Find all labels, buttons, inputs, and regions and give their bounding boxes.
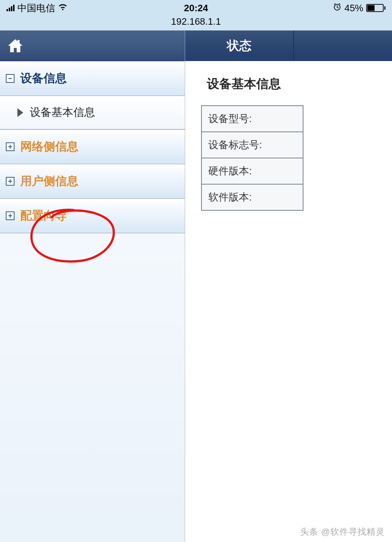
watermark: 头条 @软件寻找精灵: [300, 526, 385, 538]
row-label: 设备标志号:: [201, 132, 303, 158]
sidebar-subitem-basic-info[interactable]: 设备基本信息: [0, 96, 185, 129]
arrow-right-icon: [17, 108, 23, 117]
ios-status-bar: 中国电信 20:24 45%: [0, 0, 392, 16]
expand-icon[interactable]: +: [6, 211, 15, 220]
sidebar-item-user-info[interactable]: + 用户侧信息: [0, 164, 185, 199]
battery-pct: 45%: [344, 3, 363, 14]
sidebar-item-device-info[interactable]: − 设备信息: [0, 61, 185, 96]
carrier-label: 中国电信: [17, 2, 55, 15]
browser-url[interactable]: 192.168.1.1: [0, 16, 392, 31]
device-info-table: 设备型号: 设备标志号: 硬件版本: 软件版本:: [201, 105, 303, 211]
table-row: 设备标志号:: [201, 132, 303, 158]
row-label: 硬件版本:: [201, 158, 303, 184]
url-text: 192.168.1.1: [171, 16, 221, 27]
tab-label: 状态: [227, 37, 252, 54]
sidebar-item-label: 用户侧信息: [20, 173, 78, 189]
row-label: 设备型号:: [201, 106, 303, 132]
sidebar-subitem-label: 设备基本信息: [30, 105, 95, 120]
alarm-icon: [333, 3, 342, 13]
svg-rect-1: [17, 40, 20, 44]
table-row: 软件版本:: [201, 184, 303, 210]
sidebar-item-label: 配置向导: [20, 208, 67, 224]
sidebar-item-label: 设备信息: [20, 70, 67, 86]
panel-title: 设备基本信息: [198, 76, 392, 92]
expand-icon[interactable]: +: [6, 177, 15, 186]
home-icon: [7, 37, 24, 54]
tab-partial[interactable]: [294, 31, 392, 61]
sidebar-blank: [0, 233, 185, 542]
signal-icon: [7, 5, 15, 11]
battery-icon: [366, 4, 385, 12]
expand-icon[interactable]: +: [6, 142, 15, 151]
sidebar-item-config-wizard[interactable]: + 配置向导: [0, 198, 185, 233]
main-panel: 状态 设备基本信息 设备型号: 设备标志号: 硬件版本: 软件版本:: [185, 31, 392, 542]
sidebar-item-label: 网络侧信息: [20, 139, 78, 155]
tab-bar: 状态: [185, 31, 392, 61]
tab-status[interactable]: 状态: [185, 31, 294, 61]
sidebar-item-network-info[interactable]: + 网络侧信息: [0, 129, 185, 164]
row-label: 软件版本:: [201, 184, 303, 210]
sidebar: − 设备信息 设备基本信息 + 网络侧信息 + 用户侧信息 + 配置向导: [0, 31, 185, 542]
collapse-icon[interactable]: −: [6, 74, 15, 83]
home-button[interactable]: [0, 31, 185, 61]
table-row: 设备型号:: [201, 106, 303, 132]
wifi-icon: [58, 3, 68, 13]
table-row: 硬件版本:: [201, 158, 303, 184]
clock: 20:24: [184, 3, 208, 14]
